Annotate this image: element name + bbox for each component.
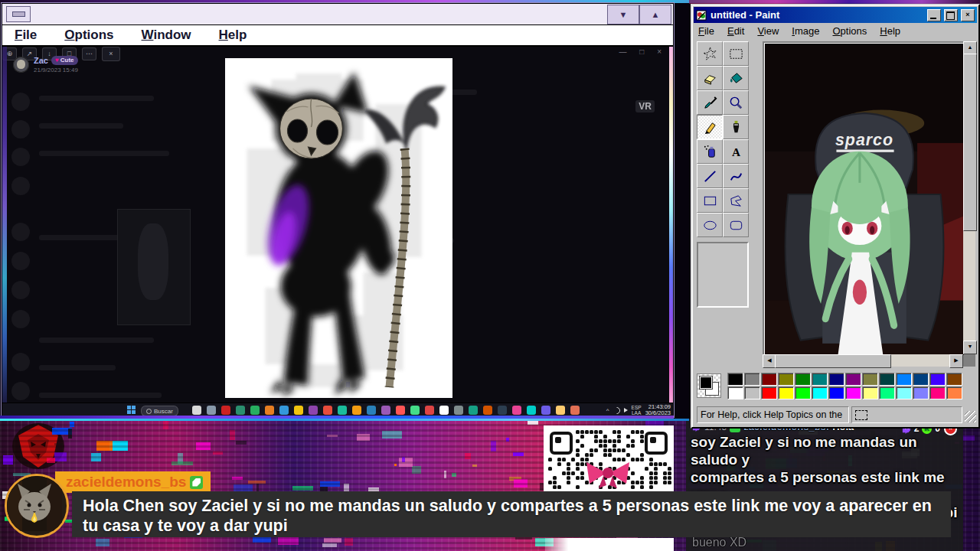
- tool-free-form-select[interactable]: [697, 41, 723, 66]
- palette-color-0-7[interactable]: [845, 373, 861, 386]
- tool-color-picker[interactable]: [697, 90, 723, 115]
- tool-airbrush[interactable]: [697, 139, 723, 164]
- paint-menu-help[interactable]: Help: [880, 25, 900, 37]
- palette-color-0-5[interactable]: [812, 373, 828, 386]
- taskbar-search[interactable]: Buscar: [141, 406, 178, 416]
- tool-eraser[interactable]: [697, 66, 723, 90]
- palette-color-0-11[interactable]: [913, 373, 929, 386]
- tool-fill[interactable]: [723, 66, 749, 90]
- palette-color-1-12[interactable]: [929, 386, 946, 399]
- taskbar-app-icon-5[interactable]: [265, 406, 274, 415]
- taskbar-app-icon-17[interactable]: [439, 406, 449, 415]
- tool-rectangle[interactable]: [697, 188, 723, 213]
- main-titlebar[interactable]: ▼ ▲: [2, 4, 673, 25]
- taskbar-app-icon-8[interactable]: [309, 406, 318, 415]
- taskbar-app-icon-12[interactable]: [367, 406, 376, 415]
- vertical-scrollbar[interactable]: ▲ ▼: [963, 41, 975, 354]
- palette-color-0-0[interactable]: [727, 373, 743, 386]
- menu-help[interactable]: Help: [219, 28, 247, 43]
- palette-color-1-1[interactable]: [744, 386, 760, 399]
- taskbar-app-icon-19[interactable]: [469, 406, 478, 415]
- scroll-down-icon[interactable]: ▼: [963, 341, 977, 354]
- tool-magnifier[interactable]: [723, 90, 749, 115]
- taskbar-app-icon-24[interactable]: [541, 406, 550, 415]
- palette-color-1-9[interactable]: [879, 386, 895, 399]
- taskbar-app-icon-13[interactable]: [381, 406, 390, 415]
- network-icon[interactable]: [612, 406, 622, 416]
- tool-select[interactable]: [723, 41, 749, 66]
- taskbar-app-icon-15[interactable]: [410, 406, 420, 415]
- paint-menu-view[interactable]: View: [757, 25, 779, 37]
- taskbar-app-icon-25[interactable]: [556, 406, 565, 415]
- taskbar-app-icon-26[interactable]: [570, 406, 580, 415]
- palette-color-0-3[interactable]: [778, 373, 794, 386]
- taskbar-app-icon-20[interactable]: [483, 406, 492, 415]
- chat-username-badge[interactable]: zacieldemons_bs: [55, 471, 211, 493]
- tray-chevron-icon[interactable]: ^: [606, 407, 609, 414]
- paint-menu-options[interactable]: Options: [832, 25, 867, 37]
- paint-menu-file[interactable]: File: [698, 25, 714, 37]
- taskbar-app-icon-18[interactable]: [454, 406, 463, 415]
- paint-menu-image[interactable]: Image: [792, 25, 819, 37]
- menu-window[interactable]: Window: [142, 28, 191, 43]
- volume-icon[interactable]: [624, 408, 628, 412]
- tool-polygon[interactable]: [723, 188, 749, 213]
- palette-color-1-13[interactable]: [946, 386, 962, 399]
- paint-canvas[interactable]: sparco: [764, 43, 963, 354]
- paint-menu-edit[interactable]: Edit: [727, 25, 744, 37]
- tool-rounded-rectangle[interactable]: [723, 213, 749, 237]
- taskbar-app-icon-1[interactable]: [207, 406, 216, 415]
- resize-grip[interactable]: [965, 411, 976, 422]
- taskbar-app-icon-9[interactable]: [323, 406, 332, 415]
- palette-color-1-5[interactable]: [812, 386, 828, 399]
- start-button[interactable]: [127, 406, 136, 415]
- taskbar-app-icon-6[interactable]: [279, 406, 289, 415]
- control-menu-button[interactable]: [6, 6, 31, 22]
- palette-color-0-2[interactable]: [761, 373, 777, 386]
- taskbar-app-icon-16[interactable]: [425, 406, 434, 415]
- taskbar-app-icon-10[interactable]: [338, 406, 347, 415]
- horizontal-scrollbar[interactable]: ◀ ▶: [763, 354, 963, 367]
- taskbar-app-icon-4[interactable]: [250, 406, 260, 415]
- palette-color-1-2[interactable]: [761, 386, 777, 399]
- palette-color-1-6[interactable]: [828, 386, 844, 399]
- taskbar-app-icon-7[interactable]: [294, 406, 303, 415]
- taskbar-app-icon-11[interactable]: [352, 406, 361, 415]
- close-preview-icon[interactable]: ×: [102, 47, 120, 61]
- tool-text[interactable]: A: [723, 139, 749, 164]
- tool-ellipse[interactable]: [697, 213, 723, 237]
- tool-pencil[interactable]: [697, 115, 723, 139]
- palette-color-0-12[interactable]: [929, 373, 946, 386]
- more-options-icon[interactable]: ⋯: [82, 47, 96, 60]
- palette-color-0-8[interactable]: [862, 373, 878, 386]
- palette-color-0-13[interactable]: [946, 373, 962, 386]
- palette-color-1-10[interactable]: [896, 386, 912, 399]
- taskbar-app-icon-0[interactable]: [192, 406, 201, 415]
- menu-options[interactable]: Options: [64, 28, 113, 43]
- palette-color-0-4[interactable]: [795, 373, 811, 386]
- palette-color-1-11[interactable]: [913, 386, 929, 399]
- taskbar-app-icon-14[interactable]: [396, 406, 405, 415]
- palette-color-0-6[interactable]: [828, 373, 844, 386]
- tool-line[interactable]: [697, 164, 723, 188]
- scroll-right-icon[interactable]: ▶: [949, 354, 963, 368]
- taskbar-app-icon-22[interactable]: [512, 406, 521, 415]
- minimize-button[interactable]: ▼: [607, 5, 639, 24]
- maximize-button[interactable]: ▲: [639, 5, 671, 24]
- palette-color-1-4[interactable]: [795, 386, 811, 399]
- taskbar-app-icon-21[interactable]: [498, 406, 507, 415]
- taskbar-app-icon-2[interactable]: [221, 406, 230, 415]
- taskbar-clock[interactable]: 21:43:09 30/6/2023: [645, 404, 671, 416]
- discord-window-controls[interactable]: — □ ×: [619, 47, 667, 56]
- menu-file[interactable]: File: [15, 28, 37, 43]
- taskbar-app-icon-3[interactable]: [236, 406, 245, 415]
- paint-titlebar[interactable]: untitled - Paint ×: [694, 7, 977, 23]
- tool-brush[interactable]: [723, 115, 749, 139]
- paint-maximize-button[interactable]: [944, 9, 958, 21]
- palette-color-0-9[interactable]: [879, 373, 895, 386]
- tool-curve[interactable]: [723, 164, 749, 188]
- palette-color-0-1[interactable]: [744, 373, 760, 386]
- vertical-scroll-thumb[interactable]: [963, 54, 977, 231]
- paint-close-button[interactable]: ×: [961, 9, 975, 21]
- language-indicator[interactable]: ESP LAA: [632, 405, 642, 416]
